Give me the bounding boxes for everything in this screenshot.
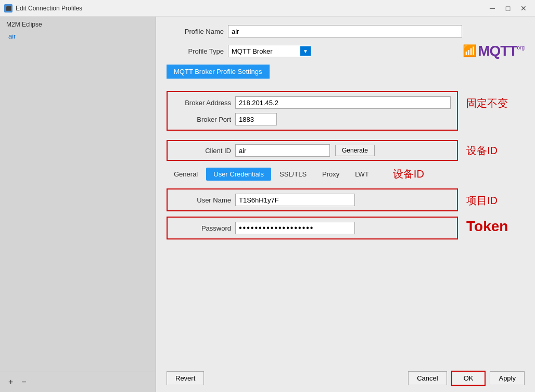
password-group: Password xyxy=(167,217,458,239)
content-panel: Profile Name Profile Type MQTT Broker ▼ … xyxy=(156,17,535,392)
sidebar: M2M Eclipse air + − xyxy=(0,17,156,392)
password-label: Password xyxy=(174,224,231,232)
cancel-button[interactable]: Cancel xyxy=(408,371,447,385)
maximize-button[interactable]: □ xyxy=(501,1,515,16)
broker-port-row: Broker Port xyxy=(174,113,451,125)
tabs-row: General User Credentials SSL/TLS Proxy L… xyxy=(167,167,525,181)
fixed-annotation: 固定不变 xyxy=(466,96,508,110)
password-row: Password xyxy=(174,222,451,234)
window-icon: ⬛ xyxy=(4,4,12,12)
token-annotation: Token xyxy=(466,218,508,235)
add-profile-button[interactable]: + xyxy=(6,376,15,388)
username-input[interactable] xyxy=(235,194,355,206)
profile-name-label: Profile Name xyxy=(167,28,224,35)
password-input[interactable] xyxy=(235,222,355,234)
client-id-field-group: Generate xyxy=(235,144,375,157)
profile-type-label: Profile Type xyxy=(167,47,224,55)
dropdown-arrow-icon: ▼ xyxy=(300,46,311,56)
profile-type-value: MQTT Broker xyxy=(232,47,300,55)
broker-port-input[interactable] xyxy=(235,113,277,125)
profile-type-dropdown[interactable]: MQTT Broker ▼ xyxy=(228,45,311,57)
profile-name-row: Profile Name xyxy=(167,25,525,37)
broker-port-label: Broker Port xyxy=(174,116,231,123)
apply-button[interactable]: Apply xyxy=(490,371,525,385)
minimize-button[interactable]: ─ xyxy=(485,1,500,16)
sidebar-bottom: + − xyxy=(0,372,156,392)
profile-name-input[interactable] xyxy=(228,25,462,37)
client-id-input[interactable] xyxy=(235,144,330,157)
profile-type-row: Profile Type MQTT Broker ▼ 📶 MQTT org xyxy=(167,43,525,59)
broker-address-row: Broker Address xyxy=(174,96,451,109)
tab-general[interactable]: General xyxy=(167,168,205,181)
window-title: Edit Connection Profiles xyxy=(16,5,485,12)
mqtt-logo-org: org xyxy=(517,45,525,50)
footer: Revert Cancel OK Apply xyxy=(167,364,525,392)
window-controls: ─ □ ✕ xyxy=(485,1,531,16)
broker-group: Broker Address Broker Port xyxy=(167,91,458,131)
section-header: MQTT Broker Profile Settings xyxy=(167,65,270,79)
sidebar-group-label: M2M Eclipse xyxy=(0,17,156,30)
tab-proxy[interactable]: Proxy xyxy=(315,168,347,181)
generate-button[interactable]: Generate xyxy=(335,145,375,156)
tab-lwt[interactable]: LWT xyxy=(348,168,376,181)
section-header-container: MQTT Broker Profile Settings xyxy=(167,65,525,85)
project-id-annotation: 项目ID xyxy=(466,194,508,208)
device-id-annotation: 设备ID xyxy=(466,144,498,158)
revert-button[interactable]: Revert xyxy=(167,371,204,385)
username-group: User Name xyxy=(167,188,458,211)
tab-ssl-tls[interactable]: SSL/TLS xyxy=(272,168,314,181)
ok-button[interactable]: OK xyxy=(451,371,486,386)
username-label: User Name xyxy=(174,196,231,204)
device-id-tab-annotation: 设备ID xyxy=(393,167,424,181)
sidebar-item-air[interactable]: air xyxy=(0,30,156,42)
broker-address-label: Broker Address xyxy=(174,99,231,107)
username-row: User Name xyxy=(174,194,451,206)
client-id-row: Client ID Generate xyxy=(174,144,451,157)
titlebar: ⬛ Edit Connection Profiles ─ □ ✕ xyxy=(0,0,535,17)
remove-profile-button[interactable]: − xyxy=(19,376,28,388)
mqtt-signal-icon: 📶 xyxy=(463,44,477,58)
broker-address-input[interactable] xyxy=(235,96,451,109)
tab-user-credentials[interactable]: User Credentials xyxy=(206,168,271,181)
mqtt-logo-text: MQTT xyxy=(478,43,517,59)
client-id-label: Client ID xyxy=(174,147,231,155)
close-button[interactable]: ✕ xyxy=(516,1,531,16)
mqtt-logo: 📶 MQTT org xyxy=(463,43,525,59)
